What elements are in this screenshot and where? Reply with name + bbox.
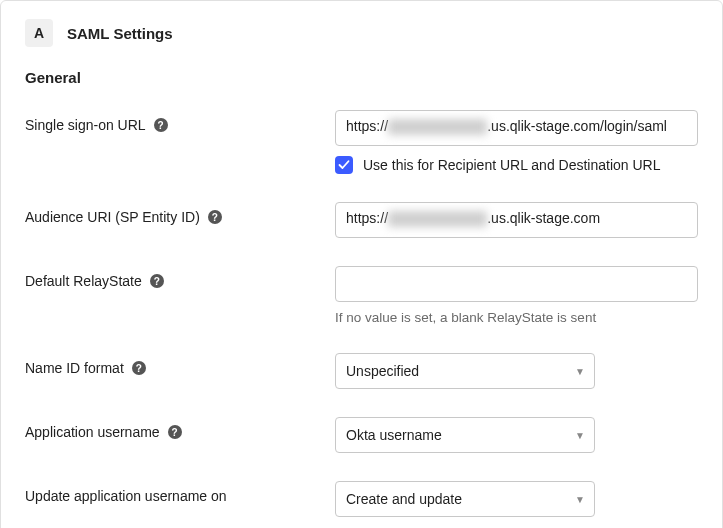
- sso-url-suffix: .us.qlik-stage.com/login/saml: [487, 118, 667, 134]
- step-badge: A: [25, 19, 53, 47]
- label-sso-url: Single sign-on URL: [25, 117, 146, 133]
- section-title-general: General: [25, 69, 698, 86]
- row-name-id-format: Name ID format ? Unspecified ▼: [25, 353, 698, 389]
- sso-url-prefix: https://: [346, 118, 388, 134]
- panel-header: A SAML Settings: [25, 19, 698, 47]
- audience-blurred: ██████████: [388, 211, 487, 227]
- help-icon[interactable]: ?: [132, 361, 146, 375]
- check-icon: [338, 159, 350, 171]
- input-sso-url[interactable]: https://██████████.us.qlik-stage.com/log…: [335, 110, 698, 146]
- help-icon[interactable]: ?: [208, 210, 222, 224]
- help-icon[interactable]: ?: [150, 274, 164, 288]
- select-update-username-on[interactable]: Create and update: [335, 481, 595, 517]
- panel-title: SAML Settings: [67, 25, 173, 42]
- audience-prefix: https://: [346, 210, 388, 226]
- label-audience-uri: Audience URI (SP Entity ID): [25, 209, 200, 225]
- audience-suffix: .us.qlik-stage.com: [487, 210, 600, 226]
- select-name-id-format[interactable]: Unspecified: [335, 353, 595, 389]
- row-app-username: Application username ? Okta username ▼: [25, 417, 698, 453]
- select-app-username[interactable]: Okta username: [335, 417, 595, 453]
- row-relay-state: Default RelayState ? If no value is set,…: [25, 266, 698, 325]
- label-app-username: Application username: [25, 424, 160, 440]
- checkbox-label: Use this for Recipient URL and Destinati…: [363, 157, 661, 173]
- input-audience-uri[interactable]: https://██████████.us.qlik-stage.com: [335, 202, 698, 238]
- sso-url-blurred: ██████████: [388, 119, 487, 135]
- row-audience-uri: Audience URI (SP Entity ID) ? https://██…: [25, 202, 698, 238]
- label-relay-state: Default RelayState: [25, 273, 142, 289]
- label-name-id-format: Name ID format: [25, 360, 124, 376]
- helper-relay-state: If no value is set, a blank RelayState i…: [335, 310, 698, 325]
- row-sso-url: Single sign-on URL ? https://██████████.…: [25, 110, 698, 174]
- checkbox-recipient-destination[interactable]: [335, 156, 353, 174]
- label-update-username-on: Update application username on: [25, 488, 227, 504]
- row-update-username-on: Update application username on Create an…: [25, 481, 698, 517]
- saml-settings-panel: A SAML Settings General Single sign-on U…: [0, 0, 723, 528]
- help-icon[interactable]: ?: [154, 118, 168, 132]
- input-relay-state[interactable]: [335, 266, 698, 302]
- help-icon[interactable]: ?: [168, 425, 182, 439]
